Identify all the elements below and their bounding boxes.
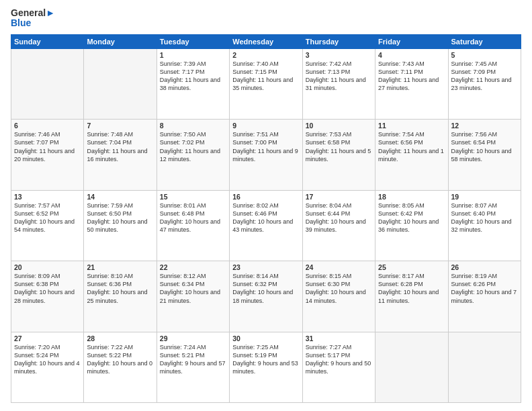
day-cell: 24Sunrise: 8:15 AMSunset: 6:30 PMDayligh… [302, 261, 375, 332]
week-row-1: 1Sunrise: 7:39 AMSunset: 7:17 PMDaylight… [11, 48, 521, 119]
day-number: 16 [232, 193, 299, 201]
day-number: 1 [160, 51, 226, 59]
day-cell: 16Sunrise: 8:02 AMSunset: 6:46 PMDayligh… [230, 190, 302, 261]
day-number: 22 [160, 263, 226, 271]
day-number: 6 [14, 122, 81, 130]
week-row-5: 27Sunrise: 7:20 AMSunset: 5:24 PMDayligh… [11, 332, 521, 402]
day-number: 5 [451, 51, 518, 59]
day-info: Sunrise: 8:01 AMSunset: 6:48 PMDaylight:… [160, 201, 226, 234]
day-cell: 11Sunrise: 7:54 AMSunset: 6:56 PMDayligh… [375, 120, 448, 190]
day-info: Sunrise: 8:09 AMSunset: 6:38 PMDaylight:… [14, 272, 81, 305]
day-cell [11, 48, 84, 119]
day-number: 4 [378, 51, 445, 59]
day-cell: 4Sunrise: 7:43 AMSunset: 7:11 PMDaylight… [375, 48, 448, 119]
day-number: 10 [306, 122, 372, 130]
day-cell: 20Sunrise: 8:09 AMSunset: 6:38 PMDayligh… [11, 261, 84, 332]
day-cell: 6Sunrise: 7:46 AMSunset: 7:07 PMDaylight… [11, 120, 84, 190]
day-cell: 1Sunrise: 7:39 AMSunset: 7:17 PMDaylight… [157, 48, 229, 119]
day-number: 13 [14, 193, 81, 201]
day-number: 30 [232, 334, 299, 342]
day-number: 18 [378, 193, 445, 201]
day-cell: 14Sunrise: 7:59 AMSunset: 6:50 PMDayligh… [84, 190, 157, 261]
day-number: 20 [14, 263, 81, 271]
day-info: Sunrise: 7:39 AMSunset: 7:17 PMDaylight:… [160, 60, 226, 93]
day-info: Sunrise: 8:04 AMSunset: 6:44 PMDaylight:… [306, 201, 372, 234]
day-number: 3 [306, 51, 372, 59]
logo: General► Blue [11, 8, 55, 29]
weekday-header-monday: Monday [84, 34, 157, 48]
week-row-4: 20Sunrise: 8:09 AMSunset: 6:38 PMDayligh… [11, 261, 521, 332]
day-cell: 3Sunrise: 7:42 AMSunset: 7:13 PMDaylight… [302, 48, 375, 119]
day-info: Sunrise: 7:59 AMSunset: 6:50 PMDaylight:… [87, 201, 153, 234]
weekday-header-wednesday: Wednesday [230, 34, 302, 48]
day-number: 17 [306, 193, 372, 201]
weekday-header-tuesday: Tuesday [157, 34, 229, 48]
day-info: Sunrise: 7:24 AMSunset: 5:21 PMDaylight:… [160, 343, 226, 376]
day-number: 25 [378, 263, 445, 271]
day-info: Sunrise: 7:54 AMSunset: 6:56 PMDaylight:… [378, 130, 445, 163]
day-info: Sunrise: 7:46 AMSunset: 7:07 PMDaylight:… [14, 130, 81, 163]
day-info: Sunrise: 8:05 AMSunset: 6:42 PMDaylight:… [378, 201, 445, 234]
day-cell: 2Sunrise: 7:40 AMSunset: 7:15 PMDaylight… [230, 48, 302, 119]
day-info: Sunrise: 7:42 AMSunset: 7:13 PMDaylight:… [306, 60, 372, 93]
day-cell: 21Sunrise: 8:10 AMSunset: 6:36 PMDayligh… [84, 261, 157, 332]
week-row-2: 6Sunrise: 7:46 AMSunset: 7:07 PMDaylight… [11, 120, 521, 190]
day-info: Sunrise: 8:19 AMSunset: 6:26 PMDaylight:… [451, 272, 518, 305]
day-cell [84, 48, 157, 119]
day-info: Sunrise: 7:45 AMSunset: 7:09 PMDaylight:… [451, 60, 518, 93]
day-info: Sunrise: 7:40 AMSunset: 7:15 PMDaylight:… [232, 60, 299, 93]
day-info: Sunrise: 7:20 AMSunset: 5:24 PMDaylight:… [14, 343, 81, 376]
weekday-header-thursday: Thursday [302, 34, 375, 48]
week-row-3: 13Sunrise: 7:57 AMSunset: 6:52 PMDayligh… [11, 190, 521, 261]
day-info: Sunrise: 7:51 AMSunset: 7:00 PMDaylight:… [232, 130, 299, 163]
day-number: 27 [14, 334, 81, 342]
weekday-header-row: SundayMondayTuesdayWednesdayThursdayFrid… [11, 34, 521, 48]
day-info: Sunrise: 8:02 AMSunset: 6:46 PMDaylight:… [232, 201, 299, 234]
logo-general: General► [11, 8, 55, 18]
day-cell: 7Sunrise: 7:48 AMSunset: 7:04 PMDaylight… [84, 120, 157, 190]
day-info: Sunrise: 7:22 AMSunset: 5:22 PMDaylight:… [87, 343, 153, 376]
day-number: 14 [87, 193, 153, 201]
day-info: Sunrise: 8:10 AMSunset: 6:36 PMDaylight:… [87, 272, 153, 305]
day-info: Sunrise: 7:57 AMSunset: 6:52 PMDaylight:… [14, 201, 81, 234]
day-cell: 10Sunrise: 7:53 AMSunset: 6:58 PMDayligh… [302, 120, 375, 190]
day-number: 7 [87, 122, 153, 130]
day-number: 19 [451, 193, 518, 201]
day-cell: 25Sunrise: 8:17 AMSunset: 6:28 PMDayligh… [375, 261, 448, 332]
day-number: 26 [451, 263, 518, 271]
day-cell: 5Sunrise: 7:45 AMSunset: 7:09 PMDaylight… [448, 48, 521, 119]
day-number: 29 [160, 334, 226, 342]
day-cell: 29Sunrise: 7:24 AMSunset: 5:21 PMDayligh… [157, 332, 229, 402]
day-number: 23 [232, 263, 299, 271]
day-number: 31 [306, 334, 372, 342]
day-cell: 15Sunrise: 8:01 AMSunset: 6:48 PMDayligh… [157, 190, 229, 261]
day-number: 28 [87, 334, 153, 342]
logo-container: General► Blue [11, 8, 55, 29]
logo-blue: Blue [11, 18, 55, 28]
header: General► Blue [11, 8, 521, 29]
day-cell: 17Sunrise: 8:04 AMSunset: 6:44 PMDayligh… [302, 190, 375, 261]
day-info: Sunrise: 8:17 AMSunset: 6:28 PMDaylight:… [378, 272, 445, 305]
day-info: Sunrise: 8:14 AMSunset: 6:32 PMDaylight:… [232, 272, 299, 305]
day-info: Sunrise: 7:48 AMSunset: 7:04 PMDaylight:… [87, 130, 153, 163]
day-cell: 9Sunrise: 7:51 AMSunset: 7:00 PMDaylight… [230, 120, 302, 190]
day-number: 21 [87, 263, 153, 271]
day-cell: 27Sunrise: 7:20 AMSunset: 5:24 PMDayligh… [11, 332, 84, 402]
day-number: 12 [451, 122, 518, 130]
day-cell: 12Sunrise: 7:56 AMSunset: 6:54 PMDayligh… [448, 120, 521, 190]
day-cell: 13Sunrise: 7:57 AMSunset: 6:52 PMDayligh… [11, 190, 84, 261]
day-number: 11 [378, 122, 445, 130]
day-info: Sunrise: 7:50 AMSunset: 7:02 PMDaylight:… [160, 130, 226, 163]
day-cell: 23Sunrise: 8:14 AMSunset: 6:32 PMDayligh… [230, 261, 302, 332]
weekday-header-saturday: Saturday [448, 34, 521, 48]
day-cell: 26Sunrise: 8:19 AMSunset: 6:26 PMDayligh… [448, 261, 521, 332]
weekday-header-sunday: Sunday [11, 34, 84, 48]
day-cell [375, 332, 448, 402]
day-info: Sunrise: 8:07 AMSunset: 6:40 PMDaylight:… [451, 201, 518, 234]
day-number: 9 [232, 122, 299, 130]
day-number: 24 [306, 263, 372, 271]
day-cell: 30Sunrise: 7:25 AMSunset: 5:19 PMDayligh… [230, 332, 302, 402]
day-number: 8 [160, 122, 226, 130]
day-cell: 22Sunrise: 8:12 AMSunset: 6:34 PMDayligh… [157, 261, 229, 332]
day-cell [448, 332, 521, 402]
